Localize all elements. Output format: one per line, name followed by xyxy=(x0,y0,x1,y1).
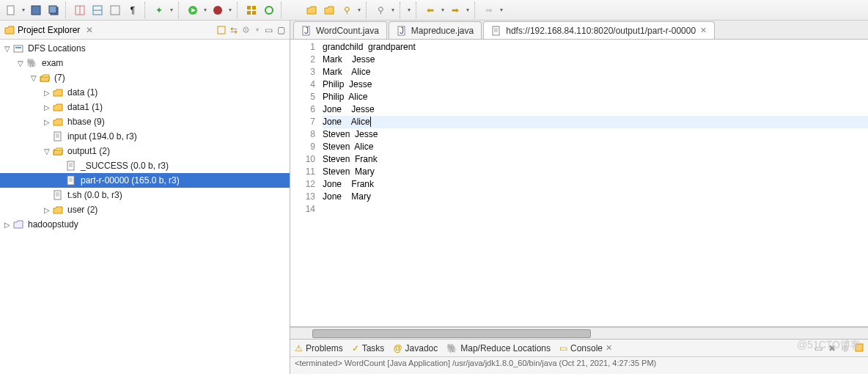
tree-item[interactable]: ▷data1 (1) xyxy=(0,100,290,114)
project-tree[interactable]: ▽DFS Locations▽🐘exam▽(7)▷data (1)▷data1 … xyxy=(0,40,290,374)
debug-icon[interactable] xyxy=(210,2,226,18)
dropdown-icon[interactable]: ▾ xyxy=(440,2,446,18)
remove-icon[interactable]: ✖ xyxy=(828,343,836,353)
save-all-icon[interactable] xyxy=(45,2,62,18)
code-line[interactable] xyxy=(323,203,868,216)
remove-all-icon[interactable]: ⊗ xyxy=(842,343,849,353)
twisty-icon[interactable]: ▷ xyxy=(3,221,12,229)
close-icon[interactable]: ✕ xyxy=(606,343,612,353)
bottom-tab-tasks[interactable]: ✓Tasks xyxy=(352,343,385,353)
twisty-icon[interactable]: ▽ xyxy=(29,74,38,82)
twisty-icon[interactable]: ▷ xyxy=(43,206,51,214)
file-icon xyxy=(66,175,76,186)
close-tab-icon[interactable]: ✕ xyxy=(700,26,707,35)
tree-label: DFS Locations xyxy=(28,43,86,54)
tree-item[interactable]: ▽(7) xyxy=(0,70,290,85)
svg-rect-1 xyxy=(32,6,40,15)
code-line[interactable]: Philip Jesse xyxy=(323,78,868,91)
debug-star-icon[interactable]: ✦ xyxy=(151,2,167,18)
svg-rect-20 xyxy=(54,132,61,141)
code-line[interactable]: Mark Jesse xyxy=(323,54,868,66)
dropdown-icon[interactable]: ▾ xyxy=(169,2,174,18)
tree-item[interactable]: ▽output1 (2) xyxy=(0,144,290,158)
tree-item[interactable]: ▷hbase (9) xyxy=(0,114,290,129)
dropdown-icon[interactable]: ▾ xyxy=(21,2,26,18)
run-icon[interactable] xyxy=(185,2,201,18)
horizontal-scrollbar[interactable] xyxy=(290,327,868,339)
tree-item[interactable]: ▽🐘exam xyxy=(0,56,290,70)
link-icon[interactable]: ⇆ xyxy=(230,25,238,35)
code-area[interactable]: grandchild grandparentMark JesseMark Ali… xyxy=(320,40,868,326)
search-icon[interactable]: ⚲ xyxy=(372,2,389,18)
layout-icon[interactable] xyxy=(72,2,88,18)
tree-item[interactable]: ▷hadoopstudy xyxy=(0,217,290,232)
tree-item[interactable]: ▷data (1) xyxy=(0,85,290,100)
dropdown-icon[interactable]: ▾ xyxy=(390,2,396,18)
bottom-tab-map-reduce-locations[interactable]: 🐘Map/Reduce Locations xyxy=(446,343,551,353)
editor-tab[interactable]: JMapreduce.java xyxy=(389,21,482,39)
dropdown-icon[interactable]: ▾ xyxy=(499,2,504,18)
pilcrow-icon[interactable]: ¶ xyxy=(125,2,141,18)
bottom-tab-problems[interactable]: ⚠Problems xyxy=(295,343,343,353)
code-line[interactable]: Jone Frank xyxy=(323,178,868,191)
dropdown-icon[interactable]: ▾ xyxy=(465,2,471,18)
bottom-tab-console[interactable]: ▭Console ✕ xyxy=(559,343,612,353)
open-folder-icon[interactable] xyxy=(304,2,320,18)
bottom-tab-javadoc[interactable]: @Javadoc xyxy=(393,343,438,353)
editor-tab[interactable]: hdfs://192.168.84.110:8020/output1/part-… xyxy=(483,21,715,39)
tree-item[interactable]: t.sh (0.0 b, r3) xyxy=(0,188,290,202)
dropdown-icon[interactable]: ▾ xyxy=(202,2,208,18)
forward2-icon[interactable]: ➡ xyxy=(481,2,497,18)
back-icon[interactable]: ⬅ xyxy=(422,2,438,18)
code-line[interactable]: Steven Jesse xyxy=(323,128,868,141)
dropdown-icon[interactable]: ▾ xyxy=(227,2,233,18)
svg-rect-8 xyxy=(111,6,119,15)
svg-point-11 xyxy=(213,6,222,15)
code-line[interactable]: Mark Alice xyxy=(323,66,868,78)
code-line[interactable]: Steven Mary xyxy=(323,166,868,178)
maximize-icon[interactable]: ▢ xyxy=(277,25,285,35)
code-line[interactable]: grandchild grandparent xyxy=(323,41,868,54)
svg-rect-32 xyxy=(54,191,61,199)
twisty-icon[interactable]: ▷ xyxy=(43,103,51,111)
filter-icon[interactable]: ⚙ xyxy=(242,25,250,35)
grid-icon[interactable] xyxy=(243,2,260,18)
open-folder2-icon[interactable] xyxy=(321,2,337,18)
twisty-icon[interactable]: ▷ xyxy=(43,89,51,97)
code-line[interactable]: Steven Frank xyxy=(323,153,868,166)
code-line[interactable]: Steven Alice xyxy=(323,141,868,153)
console-menu-icon[interactable] xyxy=(855,343,864,353)
layout3-icon[interactable] xyxy=(107,2,123,18)
pin-icon[interactable]: ▭ xyxy=(814,343,823,353)
tree-item[interactable]: part-r-00000 (165.0 b, r3) xyxy=(0,173,290,188)
minimize-icon[interactable]: ▭ xyxy=(265,25,273,35)
close-x-icon[interactable]: ✕ xyxy=(86,25,93,35)
collapse-icon[interactable] xyxy=(217,26,226,34)
twisty-icon[interactable]: ▽ xyxy=(3,45,12,53)
twisty-icon[interactable]: ▽ xyxy=(16,59,25,67)
twisty-icon[interactable]: ▽ xyxy=(43,147,51,155)
editor-tab[interactable]: JWordCount.java xyxy=(293,21,387,39)
layout2-icon[interactable] xyxy=(89,2,106,18)
dfs-icon xyxy=(13,43,23,54)
code-line[interactable]: Philip Alice xyxy=(323,91,868,103)
key-icon[interactable]: ⚲ xyxy=(339,2,355,18)
tree-item[interactable]: input (194.0 b, r3) xyxy=(0,129,290,144)
code-line[interactable]: Jone Jesse xyxy=(323,103,868,116)
code-line[interactable]: Jone Alice xyxy=(323,116,868,128)
dropdown-icon[interactable]: ▾ xyxy=(356,2,362,18)
forward-icon[interactable]: ➡ xyxy=(447,2,463,18)
tree-item[interactable]: ▷user (2) xyxy=(0,202,290,217)
view-menu-icon[interactable]: ▿ xyxy=(254,22,260,38)
tree-item[interactable]: ▽DFS Locations xyxy=(0,41,290,56)
twisty-icon[interactable]: ▷ xyxy=(43,118,51,126)
project-icon xyxy=(13,219,23,230)
refresh-icon[interactable] xyxy=(261,2,277,18)
bottom-tabs: ⚠Problems✓Tasks@Javadoc🐘Map/Reduce Locat… xyxy=(290,340,868,357)
tree-item[interactable]: _SUCCESS (0.0 b, r3) xyxy=(0,158,290,173)
save-icon[interactable] xyxy=(28,2,44,18)
tree-label: output1 (2) xyxy=(67,146,110,156)
code-line[interactable]: Jone Mary xyxy=(323,191,868,203)
dropdown-icon[interactable]: ▾ xyxy=(406,2,412,18)
new-file-icon[interactable] xyxy=(3,2,19,18)
